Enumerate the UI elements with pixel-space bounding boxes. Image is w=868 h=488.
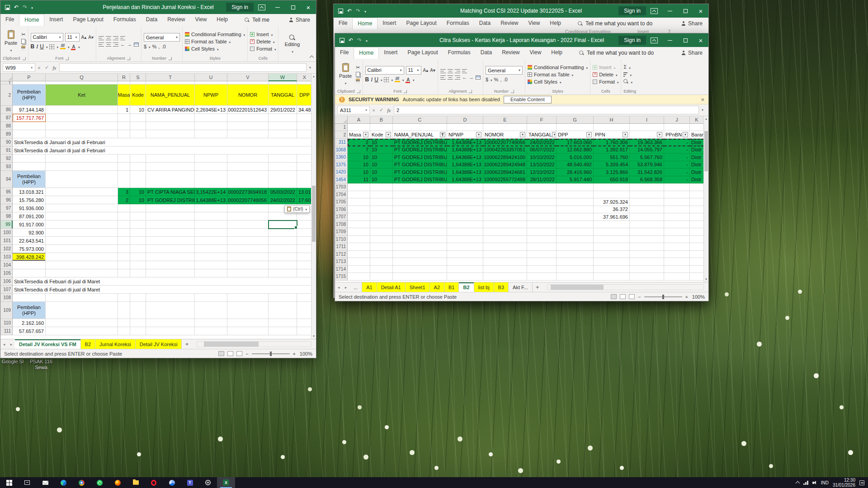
save-icon[interactable] [338,9,343,14]
row-header-1068[interactable]: 1068 [335,146,348,154]
row-header-1705[interactable]: 1705 [335,198,348,206]
vertical-scrollbar[interactable]: ▴ ▾ [703,116,708,282]
zoom-level[interactable]: 100% [299,351,312,357]
cell-Q98[interactable] [46,212,118,221]
cell-P96[interactable]: 15.756.280 [13,196,46,204]
cell-V95[interactable]: 100002273694918 [227,188,269,196]
cell-G1709[interactable] [557,228,594,236]
cell-Q93[interactable] [46,163,118,171]
network-icon[interactable] [803,481,808,485]
cell-V98[interactable] [227,212,269,221]
cell-K1712[interactable] [690,251,703,258]
cell-styles-button[interactable]: Cell Styles [528,78,561,85]
cell-T89[interactable] [146,130,195,138]
cell-W111[interactable] [269,327,297,335]
scroll-up-icon[interactable]: ▴ [705,116,707,122]
cell-Q94[interactable] [46,171,118,188]
font-size-combo[interactable]: 11 [65,33,80,42]
sign-in-button[interactable]: Sign in [618,36,646,45]
column-header-A[interactable]: A [348,116,370,124]
cell-D1068[interactable]: 1,64388E+13 [447,146,483,154]
comma-style-icon[interactable]: , [500,77,501,82]
cell-A1[interactable] [348,124,370,131]
zoom-level[interactable]: 100% [691,294,705,300]
paste-button[interactable]: Paste [3,30,19,52]
cell-F1711[interactable] [527,243,557,251]
cell-G1706[interactable] [557,206,594,214]
cell-R103[interactable] [118,253,130,261]
cut-icon[interactable]: ✂ [21,32,25,37]
cell-D1715[interactable] [447,273,483,281]
decrease-indent-icon[interactable]: ← [120,42,125,47]
cell-Q2[interactable]: Ket [46,84,118,106]
accounting-format-icon[interactable]: $ [144,44,146,49]
cell-W100[interactable] [269,229,297,237]
cell-T99[interactable] [146,221,195,229]
zoom-thumb[interactable] [662,295,664,299]
row-header-1714[interactable]: 1714 [335,266,348,273]
cell-C1710[interactable] [393,236,447,244]
decrease-font-icon[interactable] [88,35,94,40]
cell-A1708[interactable] [348,221,370,229]
cell-E1715[interactable] [483,273,527,281]
page-layout-view-icon[interactable] [620,294,626,299]
cell-T87[interactable] [146,114,195,122]
row-header-1710[interactable]: 1710 [335,236,348,244]
cell-W110[interactable] [269,319,297,327]
cell-Q96[interactable] [46,196,118,204]
cell-Q95[interactable] [46,188,118,196]
maximize-button[interactable] [285,0,301,14]
cell-S97[interactable] [130,204,146,212]
cell-P89[interactable] [13,130,46,138]
cell-U109[interactable] [195,302,227,319]
cell-T94[interactable] [146,171,195,188]
cell-A1707[interactable] [348,213,370,221]
cell-K2[interactable]: Barar [690,131,703,139]
cell-Q87[interactable] [46,114,118,122]
cell-R111[interactable] [118,327,130,335]
cell-V2[interactable]: NOMOR [227,84,269,106]
cell-X1[interactable] [297,81,311,84]
cell-T104[interactable] [146,261,195,269]
settings-app-button[interactable] [199,477,217,488]
cell-W89[interactable] [269,130,297,138]
cell-J1715[interactable] [664,273,690,281]
cell-D1420[interactable]: 1,64388E+13 [447,169,483,176]
cell-P1[interactable] [13,81,46,84]
cell-G1712[interactable] [557,251,594,258]
cell-K1707[interactable] [690,213,703,221]
column-header-H[interactable]: H [594,116,630,124]
row-header-105[interactable]: 105 [0,269,13,277]
cell-X89[interactable] [297,130,311,138]
ribbon-tab-view[interactable]: View [525,47,547,59]
row-header-89[interactable]: 89 [0,130,13,138]
scroll-track[interactable] [311,79,316,333]
cell-D1375[interactable]: 1,64388E+13 [447,161,483,169]
cell-Q104[interactable] [46,261,118,269]
cell-Q110[interactable] [46,319,118,327]
cell-A1710[interactable] [348,236,370,244]
cell-U108[interactable] [195,294,227,302]
row-header-98[interactable]: 98 [0,212,13,221]
cell-F1710[interactable] [527,236,557,244]
cell-K1705[interactable] [690,198,703,206]
row-header-1706[interactable]: 1706 [335,206,348,214]
ribbon-tab-page-layout[interactable]: Page Layout [402,47,443,59]
format-as-table-button[interactable]: Format as Table [528,71,573,78]
row-header-1709[interactable]: 1709 [335,228,348,236]
cell-F1715[interactable] [527,273,557,281]
new-sheet-button[interactable] [533,282,542,292]
cell-C1709[interactable] [393,228,447,236]
cell-P99[interactable]: 91.917.000 [13,221,46,229]
tray-expand-icon[interactable] [795,481,800,486]
cell-R95[interactable]: 3 [118,188,130,196]
cell-V92[interactable] [227,155,269,163]
percent-style-icon[interactable]: % [494,77,499,82]
find-select-icon[interactable] [623,79,628,84]
column-header-D[interactable]: D [447,116,483,124]
cell-R110[interactable] [118,319,130,327]
ribbon-display-options-icon[interactable] [651,8,658,14]
cell-E1420[interactable]: 100062289424681 [483,169,527,176]
cell-F2[interactable]: TANGGAL▾ [527,131,557,139]
cell-D1711[interactable] [447,243,483,251]
